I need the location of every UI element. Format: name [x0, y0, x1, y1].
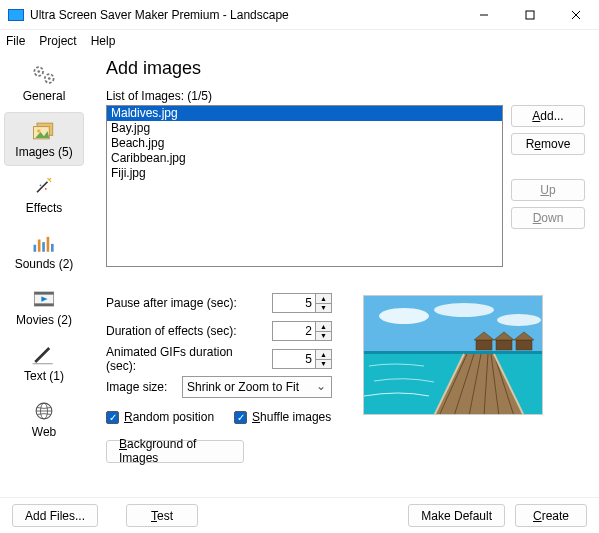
svg-rect-18: [47, 237, 50, 252]
equalizer-icon: [30, 231, 58, 255]
window-title: Ultra Screen Saver Maker Premium - Lands…: [30, 8, 289, 22]
sidebar-item-effects[interactable]: Effects: [4, 168, 84, 222]
globe-icon: [30, 399, 58, 423]
gears-icon: [30, 63, 58, 87]
svg-point-13: [40, 184, 42, 186]
pause-spinner[interactable]: ▲▼: [316, 293, 332, 313]
svg-rect-15: [34, 245, 37, 252]
duration-label: Duration of effects (sec):: [106, 324, 264, 338]
add-button[interactable]: Add...: [511, 105, 585, 127]
list-item[interactable]: Bay.jpg: [107, 121, 502, 136]
svg-point-14: [45, 188, 47, 190]
add-files-button[interactable]: Add Files...: [12, 504, 98, 527]
sidebar-item-movies[interactable]: Movies (2): [4, 280, 84, 334]
svg-rect-17: [42, 242, 45, 252]
page-title: Add images: [106, 58, 585, 79]
minimize-button[interactable]: [461, 0, 507, 30]
svg-point-29: [497, 314, 541, 326]
gif-duration-input[interactable]: [272, 349, 316, 369]
menu-project[interactable]: Project: [39, 34, 76, 48]
check-icon: ✓: [234, 411, 247, 424]
svg-rect-16: [38, 240, 41, 252]
film-icon: [30, 287, 58, 311]
check-icon: ✓: [106, 411, 119, 424]
svg-rect-33: [516, 340, 532, 350]
menu-bar: File Project Help: [0, 30, 599, 52]
list-item[interactable]: Beach.jpg: [107, 136, 502, 151]
menu-file[interactable]: File: [6, 34, 25, 48]
sparkle-icon: [30, 175, 58, 199]
footer-bar: Add Files... Test Make Default Create: [0, 497, 599, 533]
sidebar-label: Movies (2): [16, 313, 72, 327]
remove-button[interactable]: Remove: [511, 133, 585, 155]
sidebar-label: General: [23, 89, 66, 103]
sidebar-item-web[interactable]: Web: [4, 392, 84, 446]
sidebar-item-general[interactable]: General: [4, 56, 84, 110]
list-label: List of Images: (1/5): [106, 89, 585, 103]
down-button[interactable]: Down: [511, 207, 585, 229]
pause-label: Pause after image (sec):: [106, 296, 264, 310]
images-icon: [30, 119, 58, 143]
sidebar-label: Text (1): [24, 369, 64, 383]
list-item[interactable]: Caribbean.jpg: [107, 151, 502, 166]
sidebar-label: Sounds (2): [15, 257, 74, 271]
random-position-checkbox[interactable]: ✓ Random position: [106, 410, 214, 424]
content-pane: Add images List of Images: (1/5) Maldive…: [88, 52, 599, 497]
pause-input[interactable]: [272, 293, 316, 313]
svg-rect-21: [34, 292, 53, 295]
image-listbox[interactable]: Maldives.jpg Bay.jpg Beach.jpg Caribbean…: [106, 105, 503, 267]
gif-duration-spinner[interactable]: ▲▼: [316, 349, 332, 369]
make-default-button[interactable]: Make Default: [408, 504, 505, 527]
svg-point-28: [434, 303, 494, 317]
svg-point-7: [37, 70, 40, 73]
title-bar: Ultra Screen Saver Maker Premium - Lands…: [0, 0, 599, 30]
svg-rect-22: [34, 303, 53, 306]
test-button[interactable]: Test: [126, 504, 198, 527]
duration-input[interactable]: [272, 321, 316, 341]
shuffle-images-checkbox[interactable]: ✓ Shuffle images: [234, 410, 331, 424]
menu-help[interactable]: Help: [91, 34, 116, 48]
sidebar-item-sounds[interactable]: Sounds (2): [4, 224, 84, 278]
imagesize-select[interactable]: Shrink or Zoom to Fit: [182, 376, 332, 398]
list-item[interactable]: Fiji.jpg: [107, 166, 502, 181]
svg-rect-1: [9, 10, 23, 20]
svg-point-12: [37, 129, 41, 133]
svg-rect-19: [51, 244, 54, 252]
pencil-icon: [30, 343, 58, 367]
maximize-button[interactable]: [507, 0, 553, 30]
up-button[interactable]: Up: [511, 179, 585, 201]
gif-label: Animated GIFs duration (sec):: [106, 345, 264, 373]
close-button[interactable]: [553, 0, 599, 30]
create-button[interactable]: Create: [515, 504, 587, 527]
imagesize-label: Image size:: [106, 380, 174, 394]
sidebar-item-text[interactable]: Text (1): [4, 336, 84, 390]
image-preview: [363, 295, 543, 415]
sidebar-label: Effects: [26, 201, 62, 215]
sidebar-label: Images (5): [15, 145, 72, 159]
duration-spinner[interactable]: ▲▼: [316, 321, 332, 341]
svg-rect-32: [496, 340, 512, 350]
sidebar-item-images[interactable]: Images (5): [4, 112, 84, 166]
svg-point-27: [379, 308, 429, 324]
sidebar-label: Web: [32, 425, 56, 439]
svg-point-9: [48, 77, 51, 80]
svg-rect-31: [476, 340, 492, 350]
svg-rect-3: [526, 11, 534, 19]
background-button[interactable]: Background of Images: [106, 440, 244, 463]
app-icon: [8, 7, 24, 23]
list-item[interactable]: Maldives.jpg: [107, 106, 502, 121]
sidebar: General Images (5) Effects Sounds (2) Mo…: [0, 52, 88, 497]
